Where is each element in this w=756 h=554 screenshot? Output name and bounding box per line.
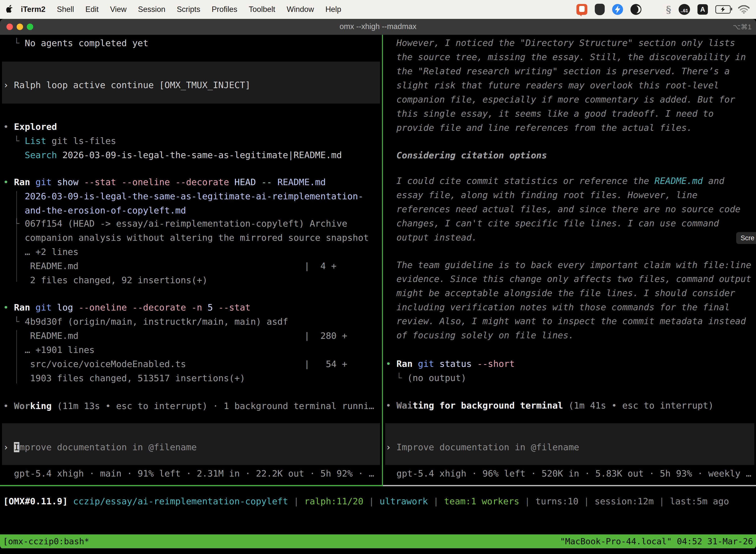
text-segment: might be acceptable alongside the file l… — [386, 288, 735, 298]
reasoning-line: output instead. — [386, 232, 477, 243]
text-segment: └ — [386, 373, 407, 383]
tmux-session-label: [omx-cczip0:bash* — [3, 535, 89, 548]
command-line-git-log: • Ran git log --oneline --decorate -n 5 … — [3, 302, 251, 313]
text-segment: | — [519, 496, 536, 506]
text-segment: The team guideline is to back every impo… — [386, 260, 751, 270]
reasoning-header: Considering citation options — [386, 150, 547, 161]
input-source-label: A — [700, 6, 705, 13]
menu-profiles[interactable]: Profiles — [211, 5, 237, 14]
text-segment: └ — [3, 38, 25, 48]
reasoning-line: provide file and line references from th… — [386, 122, 692, 133]
reasoning-line: of focusing solely on file lines. — [386, 330, 574, 341]
output-line: … +2 lines — [3, 246, 78, 258]
command-line-git-status: • Ran git status --short — [386, 358, 515, 369]
text-segment: mprove documentation in @filename — [19, 442, 197, 452]
text-segment: git — [36, 302, 52, 313]
menu-session[interactable]: Session — [138, 5, 165, 14]
text-segment: └ — [3, 136, 25, 146]
dots-grid-icon[interactable] — [649, 5, 658, 14]
pane-divider-horizontal-left[interactable] — [0, 485, 383, 486]
text-segment: Considering citation options — [386, 150, 547, 160]
menu-shell[interactable]: Shell — [57, 5, 74, 14]
contrast-icon[interactable] — [630, 4, 641, 15]
text-segment: review. Also, I might want to inspect th… — [386, 316, 746, 326]
reasoning-line: companion file, especially if more comme… — [386, 94, 735, 105]
text-segment: slight risk that future readers may over… — [386, 80, 719, 90]
text-segment: However, I noticed the "Directory Struct… — [386, 38, 735, 48]
reasoning-line: However, I noticed the "Directory Struct… — [386, 38, 735, 48]
keypad-shield-icon[interactable] — [595, 4, 605, 15]
window-titlebar[interactable]: omx --xhigh --madmax ⌥⌘1 — [0, 19, 756, 35]
waiting-status-line: • Waiting for background terminal (1m 41… — [386, 400, 713, 411]
menu-help[interactable]: Help — [325, 5, 341, 14]
text-segment: and-the-erosion-of-copyleft.md — [3, 205, 186, 215]
text-segment: README.md | 280 + — [3, 331, 347, 341]
text-segment — [3, 150, 25, 160]
right-prompt-line[interactable]: › Improve documentation in @filename — [386, 442, 579, 453]
text-segment: Ran — [396, 359, 418, 369]
text-segment: git — [418, 359, 434, 369]
text-segment: README.md — [654, 176, 703, 186]
text-segment: README.md | 4 + — [3, 261, 336, 271]
text-segment: companion file, especially if more comme… — [386, 94, 735, 105]
output-line: … +1901 lines — [3, 344, 94, 355]
reasoning-line: the "Related research writing" section i… — [386, 66, 730, 77]
menu-iterm2[interactable]: iTerm2 — [21, 5, 45, 14]
text-segment: gpt-5.4 xhigh · 96% left · 520K in · 5.8… — [386, 468, 751, 479]
text-segment: Improve documentation in @filename — [396, 442, 579, 452]
output-line: README.md | 4 + — [3, 261, 336, 272]
text-segment: last:5m ago — [670, 496, 729, 506]
text-segment: --oneline --decorate -n — [78, 302, 202, 313]
text-segment: status — [434, 359, 477, 369]
menu-scripts[interactable]: Scripts — [177, 5, 200, 14]
reasoning-line: references need actual files, and since … — [386, 204, 740, 215]
input-source-icon[interactable]: A — [697, 4, 708, 15]
text-segment: (11m 13s • esc to interrupt) · 1 backgro… — [52, 401, 374, 411]
text-segment: 2 files changed, 92 insertions(+) — [3, 275, 208, 285]
text-segment: including verification notes with those … — [386, 302, 730, 312]
text-segment: --stat — [218, 302, 251, 313]
output-line: src/voice/voiceModeEnabled.ts | 54 + — [3, 359, 347, 370]
tmux-host-clock-label: "MacBook-Pro-44.local" 04:52 31-Mar-26 — [560, 535, 753, 548]
explored-list-line: └ List git ls-files — [3, 135, 116, 147]
text-segment: 4b9d30f (origin/main, instructkr/main, m… — [25, 317, 288, 327]
output-line: 1903 files changed, 513517 insertions(+) — [3, 373, 245, 384]
text-segment: 5 — [202, 302, 218, 313]
bolt-glyph — [717, 7, 729, 12]
menu-window[interactable]: Window — [287, 5, 314, 14]
iterm-window: omx --xhigh --madmax ⌥⌘1 └ No agents com… — [0, 19, 756, 549]
text-segment: I could cite commit statistics or refere… — [386, 176, 654, 186]
text-segment: | — [288, 496, 304, 506]
menu-view[interactable]: View — [110, 5, 127, 14]
bolt-app-icon[interactable] — [612, 4, 623, 15]
text-segment: └ — [3, 218, 25, 229]
text-segment: evidence. Since this change only affects… — [386, 274, 751, 284]
battery-charging-icon[interactable] — [715, 5, 731, 14]
text-segment: team:1 workers — [444, 496, 519, 506]
menu-items: iTerm2ShellEditViewSessionScriptsProfile… — [21, 5, 341, 14]
text-segment: … +2 lines — [3, 247, 78, 257]
wifi-icon[interactable] — [738, 5, 750, 14]
text-segment: Wor — [14, 401, 30, 411]
text-segment: show — [52, 177, 84, 187]
text-segment: the source tree, missing the essay. Stil… — [386, 52, 746, 62]
pane-divider-horizontal-right[interactable] — [383, 485, 756, 486]
apple-menu[interactable] — [6, 5, 13, 14]
squiggle-icon[interactable]: § — [666, 4, 671, 15]
menu-edit[interactable]: Edit — [85, 5, 99, 14]
bolt-icon — [612, 4, 623, 15]
reasoning-line: slight risk that future readers may over… — [386, 80, 719, 91]
text-segment: (1m 41s • esc to interrupt) — [563, 400, 713, 410]
screenshot-app-icon[interactable] — [576, 4, 587, 15]
pane-divider-vertical[interactable] — [382, 35, 383, 485]
command-arg-wrap: and-the-erosion-of-copyleft.md — [3, 205, 186, 216]
reasoning-line: The team guideline is to back every impo… — [386, 260, 751, 271]
output-line: └ (no output) — [386, 373, 466, 384]
left-prompt-line[interactable]: › Improve documentation in @filename — [3, 442, 197, 453]
output-line: └ 4b9d30f (origin/main, instructkr/main,… — [3, 316, 288, 327]
text-segment: git ls-files — [46, 136, 116, 146]
reasoning-line: evidence. Since this change only affects… — [386, 274, 751, 284]
output-line: └ 067f154 (HEAD -> essay/ai-reimplementa… — [3, 218, 347, 229]
menu-toolbelt[interactable]: Toolbelt — [249, 5, 275, 14]
battery-gauge-icon[interactable]: ..61 — [679, 4, 690, 15]
